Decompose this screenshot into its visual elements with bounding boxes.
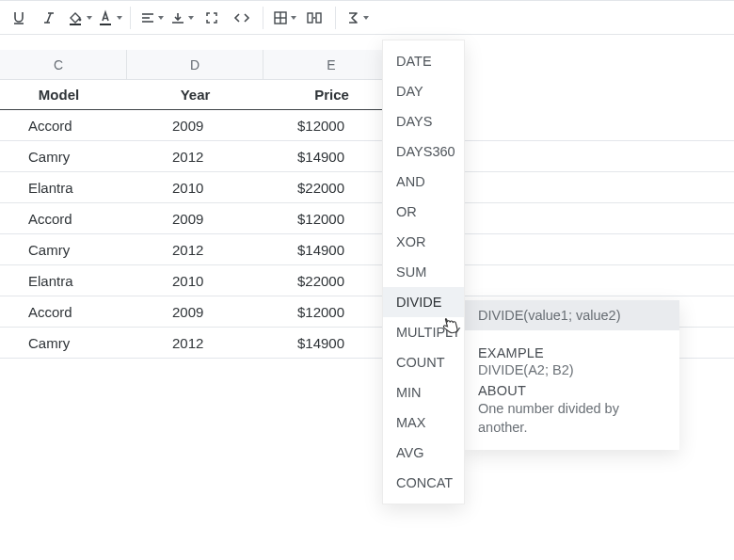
horizontal-align-icon[interactable] bbox=[138, 5, 165, 31]
column-headers: C D E bbox=[0, 50, 734, 80]
fn-date[interactable]: DATE bbox=[383, 46, 464, 76]
chevron-down-icon bbox=[188, 16, 194, 20]
cell-price[interactable]: $12000 bbox=[263, 110, 400, 140]
separator bbox=[335, 7, 336, 29]
expand-icon[interactable] bbox=[199, 5, 225, 31]
fn-multiply[interactable]: MULTIPLY bbox=[383, 317, 464, 347]
fn-and[interactable]: AND bbox=[383, 167, 464, 197]
svg-line-3 bbox=[47, 13, 51, 23]
cell-year[interactable]: 2009 bbox=[127, 203, 263, 233]
fn-concat[interactable]: CONCAT bbox=[383, 468, 464, 498]
vertical-align-icon[interactable] bbox=[168, 5, 195, 31]
fn-or[interactable]: OR bbox=[383, 197, 464, 227]
cell-price[interactable]: $22000 bbox=[263, 172, 400, 202]
cell-year[interactable]: 2012 bbox=[127, 234, 263, 264]
svg-point-4 bbox=[78, 18, 81, 21]
table-row: Camry2012$14900 bbox=[0, 234, 734, 265]
function-tooltip: DIVIDE(value1; value2) EXAMPLE DIVIDE(A2… bbox=[465, 300, 679, 450]
cell-model[interactable]: Accord bbox=[0, 296, 127, 327]
tooltip-example-heading: EXAMPLE bbox=[478, 345, 666, 360]
tooltip-about: One number divided by another. bbox=[478, 400, 666, 437]
fn-xor[interactable]: XOR bbox=[383, 227, 464, 257]
cell-year[interactable]: 2010 bbox=[127, 172, 263, 202]
function-menu: DATEDAYDAYSDAYS360ANDORXORSUMDIVIDEMULTI… bbox=[382, 40, 465, 504]
separator bbox=[263, 7, 263, 29]
cell-model[interactable]: Accord bbox=[0, 203, 127, 233]
table-row: Accord2009$12000 bbox=[0, 203, 734, 234]
col-D[interactable]: D bbox=[127, 50, 263, 80]
fn-avg[interactable]: AVG bbox=[383, 438, 464, 468]
cell-model[interactable]: Accord bbox=[0, 110, 127, 140]
table-headers: Model Year Price bbox=[0, 80, 734, 110]
cell-year[interactable]: 2012 bbox=[127, 141, 263, 171]
sigma-icon[interactable] bbox=[343, 5, 370, 31]
svg-rect-5 bbox=[70, 24, 81, 25]
fn-min[interactable]: MIN bbox=[383, 377, 464, 408]
header-price[interactable]: Price bbox=[263, 80, 400, 110]
table-row: Elantra2010$22000 bbox=[0, 172, 734, 203]
cell-model[interactable]: Elantra bbox=[0, 265, 127, 296]
cell-price[interactable]: $14900 bbox=[263, 328, 400, 358]
fn-days360[interactable]: DAYS360 bbox=[383, 136, 464, 167]
table-row: Camry2012$14900 bbox=[0, 141, 734, 172]
cell-model[interactable]: Camry bbox=[0, 141, 127, 171]
cell-price[interactable]: $12000 bbox=[263, 296, 400, 327]
toolbar bbox=[0, 0, 734, 35]
table-row: Accord2009$12000 bbox=[0, 110, 734, 141]
col-E[interactable]: E bbox=[263, 50, 400, 80]
table-row: Elantra2010$22000 bbox=[0, 265, 734, 296]
fn-sum[interactable]: SUM bbox=[383, 257, 464, 287]
cell-model[interactable]: Camry bbox=[0, 234, 127, 264]
fn-divide[interactable]: DIVIDE bbox=[383, 287, 464, 317]
cell-price[interactable]: $14900 bbox=[263, 141, 400, 171]
tooltip-about-heading: ABOUT bbox=[478, 383, 666, 398]
separator bbox=[130, 7, 131, 29]
code-icon[interactable] bbox=[229, 5, 255, 31]
tooltip-example: DIVIDE(A2; B2) bbox=[478, 362, 666, 377]
tooltip-signature: DIVIDE(value1; value2) bbox=[465, 300, 679, 330]
cell-price[interactable]: $14900 bbox=[263, 234, 400, 264]
cell-year[interactable]: 2009 bbox=[127, 110, 263, 140]
text-color-icon[interactable] bbox=[96, 5, 122, 31]
fill-color-icon[interactable] bbox=[66, 5, 92, 31]
cell-model[interactable]: Elantra bbox=[0, 172, 127, 202]
chevron-down-icon bbox=[363, 16, 369, 20]
svg-rect-16 bbox=[316, 13, 321, 23]
header-model[interactable]: Model bbox=[0, 80, 127, 110]
fn-max[interactable]: MAX bbox=[383, 408, 464, 438]
chevron-down-icon bbox=[158, 16, 164, 20]
chevron-down-icon bbox=[291, 16, 296, 20]
cell-model[interactable]: Camry bbox=[0, 328, 127, 358]
cell-price[interactable]: $22000 bbox=[263, 265, 400, 296]
table-icon[interactable] bbox=[271, 5, 297, 31]
svg-rect-7 bbox=[100, 24, 111, 25]
cell-year[interactable]: 2012 bbox=[127, 328, 263, 358]
cell-price[interactable]: $12000 bbox=[263, 203, 400, 233]
svg-rect-15 bbox=[308, 13, 312, 23]
chevron-down-icon bbox=[117, 16, 122, 20]
cell-year[interactable]: 2010 bbox=[127, 265, 263, 296]
underline-icon[interactable] bbox=[6, 5, 32, 31]
chevron-down-icon bbox=[87, 16, 92, 20]
italic-icon[interactable] bbox=[36, 5, 62, 31]
fn-days[interactable]: DAYS bbox=[383, 106, 464, 136]
fn-day[interactable]: DAY bbox=[383, 76, 464, 106]
cell-year[interactable]: 2009 bbox=[127, 296, 263, 327]
header-year[interactable]: Year bbox=[127, 80, 263, 110]
split-cell-icon[interactable] bbox=[301, 5, 327, 31]
col-C[interactable]: C bbox=[0, 50, 127, 80]
fn-count[interactable]: COUNT bbox=[383, 347, 464, 377]
